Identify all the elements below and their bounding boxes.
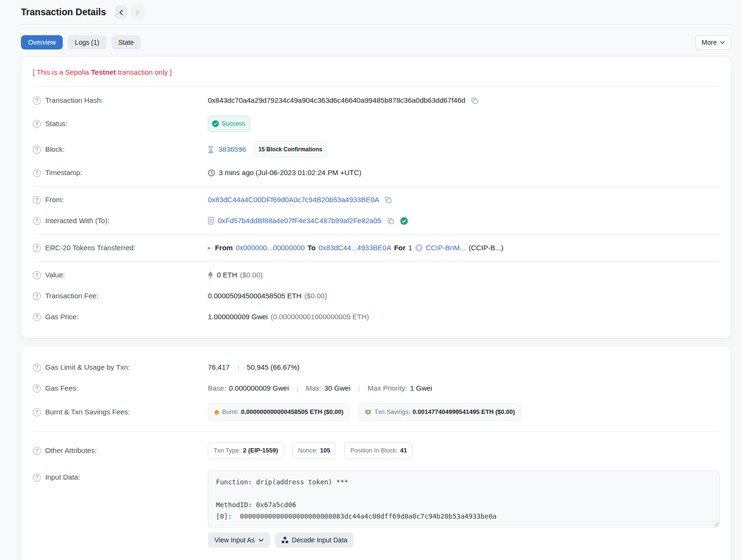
help-icon[interactable]	[33, 447, 41, 455]
transaction-hash-row: Transaction Hash: 0x843dc70a4a29d79234c4…	[33, 90, 720, 111]
erc20-from-address-link[interactable]: 0x000000...00000000	[235, 242, 304, 254]
timestamp-label: Timestamp:	[33, 167, 208, 178]
tab-state[interactable]: State	[111, 35, 141, 49]
verified-check-icon	[400, 217, 408, 225]
gas-price-label: Gas Price:	[33, 311, 208, 323]
timestamp-value: 3 mins ago (Jul-06-2023 01:02:24 PM +UTC…	[219, 167, 361, 178]
help-icon[interactable]	[33, 169, 41, 177]
money-wings-icon	[364, 409, 372, 415]
header-divider	[21, 24, 732, 25]
cubes-icon	[282, 537, 288, 543]
txn-savings-badge: Txn Savings: 0.001477404999541495 ETH ($…	[359, 403, 521, 421]
erc20-for-label: For	[394, 242, 405, 254]
notice-prefix: [ This is a Sepolia	[33, 68, 91, 76]
tab-logs[interactable]: Logs (1)	[68, 35, 106, 49]
divider	[33, 186, 720, 187]
status-label: Status:	[33, 118, 208, 129]
to-address-link[interactable]: 0xFd57b4ddBf88a4e07fF4e34C487b99af2Fe82a…	[218, 215, 381, 226]
help-icon[interactable]	[33, 292, 41, 300]
copy-to-button[interactable]	[386, 216, 395, 226]
eth-diamond-icon	[208, 271, 213, 279]
help-icon[interactable]	[33, 97, 41, 105]
transaction-hash-label: Transaction Hash:	[33, 95, 208, 106]
token-icon	[415, 244, 423, 252]
base-fee-value: 0.000000009 Gwei	[229, 383, 289, 394]
burnt-savings-label: Burnt & Txn Savings Fees:	[33, 406, 208, 418]
token-symbol: (CCIP-B...)	[469, 242, 503, 254]
nonce-badge: Nonce: 105	[293, 442, 336, 459]
copy-hash-button[interactable]	[470, 96, 479, 105]
decode-input-data-button[interactable]: Decode Input Data	[275, 532, 354, 548]
txn-pager	[115, 6, 144, 19]
clock-icon	[208, 169, 215, 177]
block-confirmations-badge: 15 Block Confirmations	[254, 141, 327, 157]
burnt-label: Burnt:	[222, 406, 239, 418]
erc20-transfers-row: ERC-20 Tokens Transferred: ▶ From 0x0000…	[33, 237, 720, 258]
burnt-badge: Burnt: 0.000000000000458505 ETH ($0.00)	[208, 403, 349, 421]
divider	[33, 261, 720, 262]
transaction-fee-row: Transaction Fee: 0.000050945000458505 ET…	[33, 285, 720, 306]
caret-right-icon: ▶	[208, 242, 211, 254]
erc20-to-address-link[interactable]: 0x83dC44...4933BE0A	[319, 242, 391, 254]
from-row: From: 0x83dC44a4C00DFf69d0A0c7c94B20b53a…	[33, 189, 720, 210]
copy-icon	[387, 217, 394, 225]
chevron-down-icon	[259, 539, 264, 542]
help-icon[interactable]	[33, 244, 41, 252]
txn-savings-label: Txn Savings:	[374, 406, 410, 418]
help-icon[interactable]	[33, 384, 41, 393]
help-icon[interactable]	[33, 217, 41, 225]
fee-eth: 0.000050945000458505 ETH	[208, 290, 302, 302]
input-data-textarea[interactable]: Function: drip(address token) *** Method…	[208, 471, 720, 528]
more-dropdown-button[interactable]: More	[695, 35, 732, 49]
notice-bold: Testnet	[91, 68, 116, 76]
help-icon[interactable]	[33, 271, 41, 279]
burnt-value: 0.000000000000458505 ETH ($0.00)	[241, 406, 343, 418]
value-label: Value:	[33, 269, 208, 281]
tab-overview[interactable]: Overview	[21, 35, 63, 49]
value-row: Value: 0 ETH ($0.00)	[33, 265, 720, 285]
help-icon[interactable]	[33, 146, 41, 154]
hourglass-icon	[208, 146, 214, 153]
copy-from-button[interactable]	[384, 196, 393, 205]
help-icon[interactable]	[33, 120, 41, 128]
help-icon[interactable]	[33, 364, 41, 372]
pipe-divider: |	[233, 362, 244, 373]
interacted-with-row: Interacted With (To): 0xFd57b4ddBf88a4e0…	[33, 210, 720, 231]
token-name-link[interactable]: CCIP-BnM...	[426, 242, 466, 254]
value-eth: 0 ETH	[217, 269, 237, 281]
next-txn-button[interactable]	[131, 6, 144, 19]
help-icon[interactable]	[33, 408, 41, 416]
divider	[33, 431, 720, 432]
gas-fees-label: Gas Fees:	[33, 383, 208, 394]
view-input-as-button[interactable]: View Input As	[208, 532, 270, 548]
input-data-actions: View Input As Decode Input Data	[208, 532, 720, 548]
help-icon[interactable]	[33, 196, 41, 204]
transaction-hash-value: 0x843dc70a4a29d79234c49a904c363d6c46640a…	[208, 95, 465, 106]
prev-txn-button[interactable]	[115, 6, 127, 19]
contract-file-icon	[208, 217, 214, 225]
txn-savings-value: 0.001477404999541495 ETH ($0.00)	[412, 406, 515, 418]
check-circle-icon	[212, 120, 219, 127]
gas-used-value: 50,945 (66.67%)	[247, 362, 300, 373]
status-row: Status: Success	[33, 111, 720, 137]
block-row: Block: 3836596 15 Block Confirmations	[33, 137, 720, 162]
input-data-row: Input Data: Function: drip(address token…	[33, 464, 720, 552]
status-badge: Success	[208, 116, 250, 132]
gas-limit-value: 76,417	[208, 362, 230, 373]
block-number-link[interactable]: 3836596	[218, 144, 246, 155]
page-title: Transaction Details	[21, 7, 106, 18]
copy-icon	[471, 97, 478, 104]
help-icon[interactable]	[33, 473, 41, 481]
chevron-down-icon	[720, 41, 725, 44]
value-usd: ($0.00)	[240, 269, 263, 281]
help-icon[interactable]	[33, 313, 41, 321]
pipe-divider: |	[353, 383, 365, 394]
page-container: Transaction Details Overview Logs (1) St…	[21, 0, 732, 560]
from-address-link[interactable]: 0x83dC44a4C00DFf69d0A0c7c94B20b53a4933BE…	[208, 194, 379, 206]
interacted-with-label: Interacted With (To):	[33, 215, 208, 226]
gas-limit-label: Gas Limit & Usage by Txn:	[33, 362, 208, 373]
max-priority-label: Max Priority:	[368, 383, 407, 394]
divider	[33, 87, 720, 87]
other-attributes-label: Other Attributes:	[33, 445, 208, 456]
copy-icon	[385, 196, 392, 204]
